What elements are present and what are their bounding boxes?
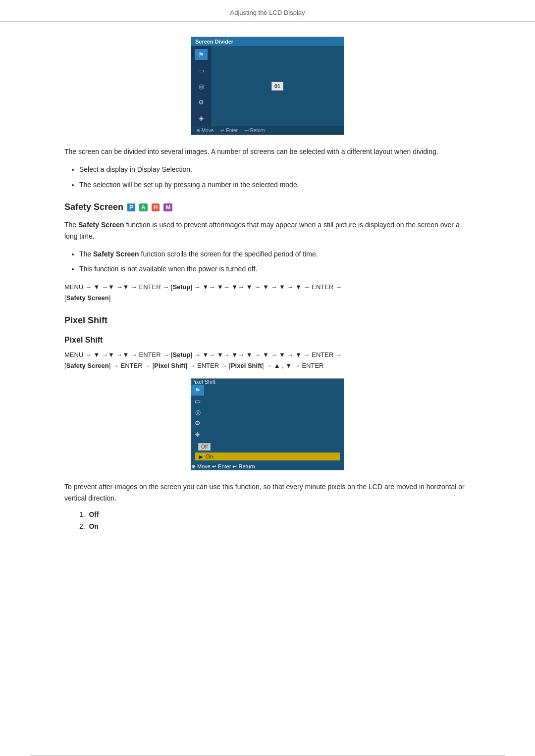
menu-icon-1: ⚑ [195,49,208,60]
footer-return: ↩ Return [245,128,265,133]
page-title: Adjusting the LCD Display [230,9,305,16]
ps-option-on: ▶ On [195,453,340,460]
menu-icon-3: ◎ [195,81,208,92]
ps-option-off: Off [195,442,340,452]
pixel-shift-heading: Pixel Shift [64,315,471,326]
screen-divider-content: 01 [211,46,344,126]
ps-menu-icon-2: ▭ [191,396,204,406]
screen-divider-title: Screen Divider [191,37,344,46]
numbered-item-on: 2. On [79,522,471,530]
pixel-shift-screenshot: Pixel Shift ⚑ ▭ ◎ ⚙ ◈ Off ▶ On [191,378,344,470]
safety-screen-bullets: The Safety Screen function scrolls the s… [79,249,471,275]
badge-m: M [163,203,172,211]
screen-divider-screenshot: Screen Divider ⚑ ▭ ◎ ⚙ ◈ 01 ⊕ Move ↵ Ent… [191,37,344,135]
safety-screen-heading: Safety Screen P A H M [64,202,471,212]
bullet-item: The selection will be set up by pressing… [79,179,471,190]
pixel-shift-options: Off ▶ On [191,439,344,463]
footer-move: ⊕ Move [196,128,214,133]
menu-icon-4: ⚙ [195,97,208,107]
ps-footer-return: ↩ Return [232,463,255,469]
main-content: Screen Divider ⚑ ▭ ◎ ⚙ ◈ 01 ⊕ Move ↵ Ent… [0,22,535,746]
menu-icon-5: ◈ [195,112,208,123]
pixel-shift-menu-path: MENU → ▼ →▼ →▼ → ENTER → [Setup] → ▼→ ▼→… [64,350,471,371]
pixel-shift-numbered-list: 1. Off 2. On [79,510,471,530]
safety-bullet-1: The Safety Screen function scrolls the s… [79,249,471,259]
off-label: Off [198,443,211,451]
badge-p: P [127,203,135,211]
badge-a: A [139,203,148,211]
pixel-shift-menu-title: Pixel Shift [191,379,344,385]
safety-bullet-2: This function is not available when the … [79,263,471,274]
menu-icon-2: ▭ [195,65,208,76]
safety-screen-description: The Safety Screen function is used to pr… [64,219,471,242]
ps-footer-move: ⊕ Move [191,463,211,469]
pixel-shift-title: Pixel Shift [64,315,107,326]
safety-screen-menu-path: MENU → ▼ →▼ →▼ → ENTER → [Setup] → ▼→ ▼→… [64,282,471,303]
numbered-item-off: 1. Off [79,510,471,518]
safety-screen-title: Safety Screen [64,202,123,212]
on-check-icon: ▶ [199,454,203,459]
badge-h: H [152,203,160,211]
ps-footer-enter: ↵ Enter [212,463,231,469]
screen-divider-bullets: Select a display in Display Selection. T… [79,164,471,190]
pixel-shift-subheading: Pixel Shift [64,336,471,345]
bullet-item: Select a display in Display Selection. [79,164,471,175]
ps-menu-icon-4: ⚙ [191,417,204,428]
page-container: Adjusting the LCD Display Screen Divider… [0,0,535,756]
on-label: On [206,454,213,459]
screen-divider-footer: ⊕ Move ↵ Enter ↩ Return [191,126,344,135]
page-header: Adjusting the LCD Display [0,0,535,22]
screen-divider-description: The screen can be divided into several i… [64,146,471,157]
pixel-shift-description: To prevent after-images on the screen yo… [64,481,471,504]
footer-enter: ↵ Enter [220,128,238,133]
menu-icon-column: ⚑ ▭ ◎ ⚙ ◈ [191,46,211,126]
screen-divider-number: 01 [271,82,283,91]
ps-menu-icon-5: ◈ [191,428,204,439]
ps-menu-icon-3: ◎ [191,406,204,417]
ps-menu-icon-1: ⚑ [191,385,204,396]
ps-menu-icon-column: ⚑ ▭ ◎ ⚙ ◈ [191,385,344,439]
ps-footer: ⊕ Move ↵ Enter ↩ Return [191,463,344,470]
